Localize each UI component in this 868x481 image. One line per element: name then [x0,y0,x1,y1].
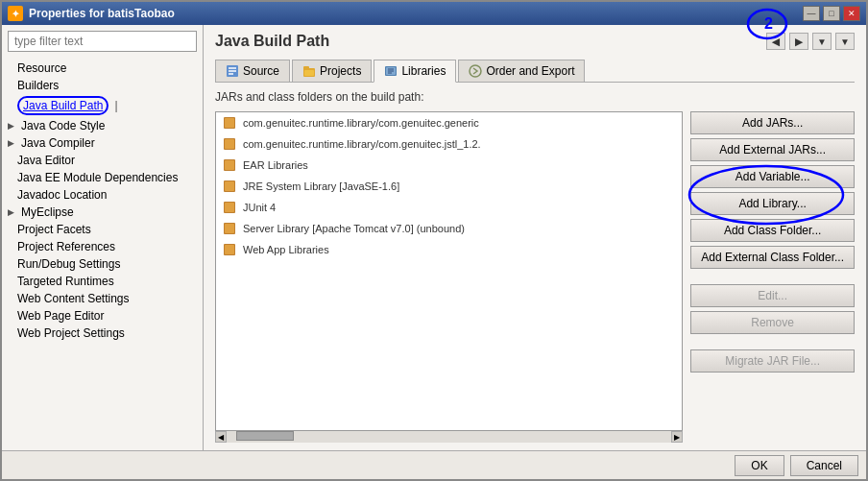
add-external-class-folder-button[interactable]: Add External Class Folder... [690,246,855,269]
lib-icon-6 [222,242,237,257]
minimize-button[interactable]: — [803,6,820,21]
panel-title-area: Java Build Path 2 ◀ ▶ ▼ ▼ [215,33,855,50]
lib-icon-1 [222,136,237,152]
sidebar-item-resource[interactable]: Resource [2,60,203,77]
sidebar-item-java-editor[interactable]: Java Editor [2,152,203,169]
sidebar-item-web-content[interactable]: Web Content Settings [2,290,203,307]
sidebar-item-java-compiler[interactable]: ▶ Java Compiler [2,134,203,152]
scroll-right-button[interactable]: ▶ [671,431,683,443]
sidebar-item-run-debug[interactable]: Run/Debug Settings [2,255,203,273]
list-item[interactable]: EAR Libraries [216,155,682,176]
migrate-jar-button[interactable]: Migrate JAR File... [690,349,855,373]
tab-source-label: Source [243,64,279,78]
tab-projects-label: Projects [320,64,361,78]
window-icon: ✦ [8,6,23,21]
projects-tab-icon [302,64,316,78]
title-buttons: — □ ✕ [803,6,860,21]
main-content-area: com.genuitec.runtime.library/com.genuite… [215,111,855,443]
ok-button[interactable]: OK [735,455,784,476]
add-class-folder-button[interactable]: Add Class Folder... [690,219,855,242]
build-path-description: JARs and class folders on the build path… [215,90,855,104]
svg-rect-7 [303,66,309,70]
edit-button[interactable]: Edit... [690,284,855,307]
scroll-left-button[interactable]: ◀ [215,431,227,443]
maximize-button[interactable]: □ [823,6,840,21]
library-list-wrapper: com.genuitec.runtime.library/com.genuite… [215,111,683,443]
panel-title: Java Build Path [215,33,329,50]
sidebar-item-targeted-runtimes[interactable]: Targeted Runtimes [2,273,203,290]
list-item[interactable]: Server Library [Apache Tomcat v7.0] (unb… [216,218,682,239]
add-variable-button[interactable]: Add Variable... [690,165,855,188]
remove-button[interactable]: Remove [690,311,855,334]
libraries-tab-icon [384,64,398,78]
left-panel: Resource Builders Java Build Path | ▶ Ja… [2,25,204,450]
lib-icon-3 [222,179,237,194]
add-external-jars-button[interactable]: Add External JARs... [690,138,855,161]
nav-forward-button[interactable]: ▶ [789,33,808,50]
library-list[interactable]: com.genuitec.runtime.library/com.genuite… [215,111,683,431]
main-window: ✦ Properties for batisTaobao — □ ✕ Resou… [0,0,868,481]
tab-source[interactable]: Source [215,60,290,82]
svg-rect-22 [225,181,234,191]
sidebar-item-builders[interactable]: Builders [2,77,203,94]
tab-libraries[interactable]: Libraries [374,60,456,83]
tab-libraries-label: Libraries [401,64,446,78]
svg-rect-18 [225,139,234,149]
lib-icon-0 [222,115,237,131]
scroll-thumb[interactable] [236,431,294,441]
add-library-button[interactable]: Add Library... [690,192,855,215]
sidebar-item-project-references[interactable]: Project References [2,238,203,255]
lib-icon-2 [222,157,237,173]
sidebar-item-web-project-settings[interactable]: Web Project Settings [2,325,203,342]
svg-rect-8 [304,70,314,76]
sidebar-item-java-code-style[interactable]: ▶ Java Code Style [2,117,203,134]
list-item[interactable]: JUnit 4 [216,197,682,218]
nav-menu-button[interactable]: ▼ [835,33,855,50]
sidebar-item-web-page-editor[interactable]: Web Page Editor [2,307,203,325]
svg-rect-16 [225,118,234,128]
sidebar-item-project-facets[interactable]: Project Facets [2,221,203,238]
annotation-2-circle: 2 [743,25,791,43]
sidebar-item-javadoc[interactable]: Javadoc Location [2,186,203,204]
lib-icon-4 [222,200,237,215]
horizontal-scrollbar[interactable]: ◀ ▶ [215,431,683,443]
sidebar-item-java-build-path[interactable]: Java Build Path | [2,94,203,117]
source-tab-icon [226,64,239,78]
svg-rect-20 [225,160,234,170]
tab-order-export-label: Order and Export [486,64,574,78]
title-bar: ✦ Properties for batisTaobao — □ ✕ [2,2,866,25]
buttons-panel: Add JARs... Add External JARs... Add Var… [690,111,855,443]
panel-nav: 2 ◀ ▶ ▼ ▼ [766,33,855,50]
list-item[interactable]: com.genuitec.runtime.library/com.genuite… [216,112,682,133]
sidebar-item-java-ee[interactable]: Java EE Module Dependencies [2,169,203,186]
list-item[interactable]: JRE System Library [JavaSE-1.6] [216,176,682,197]
sidebar-item-myeclipse[interactable]: ▶ MyEclipse [2,204,203,221]
cancel-button[interactable]: Cancel [790,455,858,476]
window-title: Properties for batisTaobao [29,7,175,20]
order-export-tab-icon [469,64,482,78]
add-jars-button[interactable]: Add JARs... [690,111,855,134]
close-button[interactable]: ✕ [843,6,860,21]
tree-list: Resource Builders Java Build Path | ▶ Ja… [2,58,203,450]
svg-rect-24 [225,203,234,212]
tab-projects[interactable]: Projects [292,60,372,82]
svg-point-14 [470,65,481,77]
svg-rect-26 [225,224,234,233]
filter-input[interactable] [8,31,197,52]
tabs-bar: Source Projects Libraries [215,60,855,83]
tab-order-export[interactable]: Order and Export [458,60,585,82]
right-panel: Java Build Path 2 ◀ ▶ ▼ ▼ [204,25,866,450]
lib-icon-5 [222,221,237,236]
svg-text:2: 2 [764,25,773,32]
window-content: Resource Builders Java Build Path | ▶ Ja… [2,25,866,450]
list-item[interactable]: com.genuitec.runtime.library/com.genuite… [216,133,682,155]
title-bar-left: ✦ Properties for batisTaobao [8,6,175,21]
nav-dropdown-button[interactable]: ▼ [812,33,832,50]
bottom-bar: OK Cancel [2,450,866,479]
svg-rect-28 [225,245,234,254]
list-item[interactable]: Web App Libraries [216,239,682,260]
